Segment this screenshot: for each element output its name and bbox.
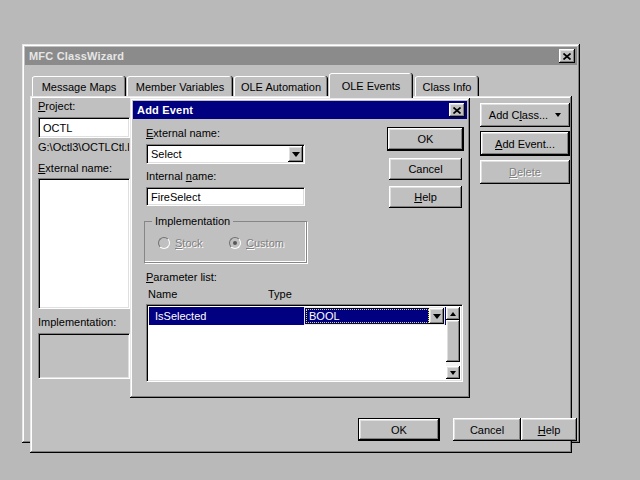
implementation-label: Implementation:: [38, 316, 116, 328]
close-icon: [563, 53, 571, 60]
dialog-ok-button[interactable]: OK: [387, 127, 464, 151]
custom-radio[interactable]: [229, 237, 241, 249]
dialog-external-name-label: External name:: [146, 127, 220, 139]
ok-label: OK: [418, 133, 434, 145]
parameter-type-combo[interactable]: BOOL: [304, 307, 445, 325]
add-event-close-button[interactable]: [449, 103, 465, 117]
main-window-title: MFC ClassWizard: [25, 50, 124, 62]
parameter-name-cell: IsSelected: [155, 310, 206, 322]
project-label: Project:: [38, 100, 75, 112]
help-label: Help: [538, 424, 561, 436]
implementation-group-label: Implementation: [152, 215, 233, 227]
parameter-list-scrollbar[interactable]: [446, 307, 460, 379]
add-class-button[interactable]: Add Class...: [480, 103, 570, 127]
scroll-up-button[interactable]: [446, 307, 460, 320]
main-ok-button[interactable]: OK: [358, 418, 440, 441]
desktop: MFC ClassWizard Message Maps Member Vari…: [0, 0, 640, 480]
tab-class-info[interactable]: Class Info: [415, 76, 479, 97]
parameter-list[interactable]: IsSelected BOOL: [146, 304, 463, 382]
implementation-box: [38, 333, 130, 379]
ok-label: OK: [391, 424, 407, 436]
main-help-button[interactable]: Help: [521, 418, 577, 441]
add-class-label: Add Class...: [489, 109, 548, 121]
cancel-label: Cancel: [408, 163, 442, 175]
add-event-label: Add Event...: [495, 138, 555, 150]
radio-selected-dot: [233, 241, 237, 245]
dialog-cancel-button[interactable]: Cancel: [389, 158, 462, 180]
chevron-down-icon: [292, 152, 300, 157]
main-titlebar[interactable]: MFC ClassWizard: [25, 47, 577, 65]
dialog-help-button[interactable]: Help: [389, 186, 462, 208]
tab-ole-events[interactable]: OLE Events: [329, 73, 413, 98]
custom-radio-label: Custom: [246, 237, 284, 249]
stock-radio-label: Stock: [175, 237, 203, 249]
tab-member-variables[interactable]: Member Variables: [127, 76, 233, 97]
add-event-title: Add Event: [133, 104, 193, 116]
add-event-titlebar[interactable]: Add Event: [133, 101, 467, 119]
help-label: Help: [414, 191, 437, 203]
add-event-dialog: Add Event External name: Select OK Cance…: [130, 98, 470, 398]
parameter-type-value: BOOL: [309, 310, 340, 322]
scroll-down-button[interactable]: [446, 366, 460, 379]
tab-label: OLE Automation: [241, 81, 321, 93]
internal-name-field[interactable]: [146, 187, 305, 206]
stock-radio[interactable]: [158, 237, 170, 249]
delete-button[interactable]: Delete: [480, 160, 570, 184]
delete-label: Delete: [509, 166, 541, 178]
tab-label: Message Maps: [42, 81, 117, 93]
up-arrow-icon: [450, 312, 456, 316]
close-icon: [453, 107, 461, 114]
external-name-combo[interactable]: Select: [146, 144, 305, 164]
project-input[interactable]: [41, 120, 127, 135]
cancel-label: Cancel: [470, 424, 504, 436]
add-event-button[interactable]: Add Event...: [480, 131, 570, 156]
main-cancel-button[interactable]: Cancel: [453, 418, 521, 441]
type-dropdown-button[interactable]: [429, 308, 444, 324]
internal-name-input[interactable]: [149, 190, 302, 203]
external-name-value: Select: [151, 148, 182, 160]
parameter-list-label: Parameter list:: [146, 271, 217, 283]
implementation-group: Implementation Stock Custom: [144, 221, 307, 263]
tab-label: Member Variables: [136, 81, 224, 93]
external-name-listbox[interactable]: [38, 178, 130, 309]
chevron-down-icon: [433, 314, 441, 319]
project-combo[interactable]: [38, 117, 130, 138]
scrollbar-thumb[interactable]: [446, 320, 460, 362]
project-path: G:\Octl3\OCTLCtl.h: [38, 141, 129, 154]
external-name-label: External name:: [38, 162, 112, 174]
chevron-down-icon: [555, 113, 561, 117]
column-header-name: Name: [148, 288, 177, 300]
tab-label: Class Info: [423, 81, 472, 93]
internal-name-label: Internal name:: [146, 170, 216, 182]
column-header-type: Type: [268, 288, 292, 300]
down-arrow-icon: [450, 371, 456, 375]
tab-ole-automation[interactable]: OLE Automation: [234, 76, 328, 97]
main-close-button[interactable]: [559, 49, 575, 63]
external-name-dropdown-button[interactable]: [288, 146, 303, 162]
tab-message-maps[interactable]: Message Maps: [32, 76, 126, 97]
tab-label: OLE Events: [342, 80, 401, 92]
